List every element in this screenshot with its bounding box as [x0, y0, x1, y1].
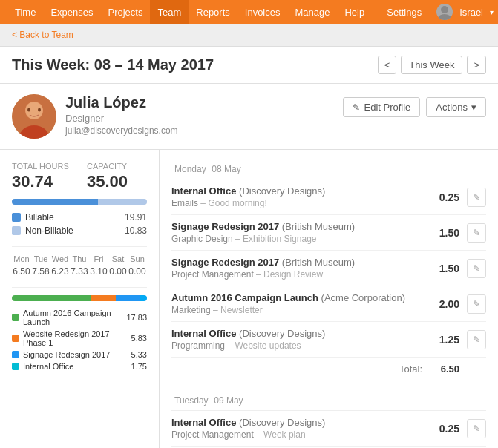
project-bar-4 — [140, 295, 147, 301]
billable-legend-item: Billable 19.91 — [12, 212, 147, 223]
entry-sub: Graphic Design – Exhibition Signage — [171, 234, 430, 244]
nav-settings[interactable]: Settings — [379, 0, 429, 24]
nav-manage[interactable]: Manage — [288, 0, 338, 24]
nav-user[interactable]: Israel — [456, 0, 486, 24]
profile-actions: ✎ Edit Profile Actions ▾ — [343, 97, 486, 117]
entry-info: Signage Redesign 2017 (British Museum) P… — [171, 257, 430, 280]
project-value-1: 17.83 — [126, 313, 147, 322]
nonbillable-legend-value: 10.83 — [125, 225, 147, 236]
project-bar-3 — [116, 295, 140, 301]
next-week-button[interactable]: > — [467, 56, 486, 74]
billable-dot — [12, 213, 21, 222]
day-totals: Mon Tue Wed Thu Fri Sat Sun 6.50 7.58 6.… — [12, 246, 147, 277]
day-val-mon: 6.50 — [12, 266, 31, 277]
profile-name: Julia López — [65, 94, 178, 111]
entry-edit-button[interactable]: ✎ — [467, 188, 486, 207]
capacity-label: Capacity — [87, 162, 147, 171]
nav-invoices[interactable]: Invoices — [237, 0, 288, 24]
tuesday-label: Tuesday — [174, 395, 209, 406]
entry-task: Emails — [171, 198, 198, 208]
table-row: Autumn 2016 Campaign Launch (Acme Corpor… — [171, 286, 486, 322]
billable-label: Billable — [25, 212, 54, 223]
total-hours-value: 30.74 — [12, 172, 72, 191]
top-nav: Time Expenses Projects Team Reports Invo… — [0, 0, 498, 24]
nav-expenses[interactable]: Expenses — [43, 0, 100, 24]
day-label-mon: Mon — [12, 254, 31, 263]
table-row: Internal Office (Discovery Designs) Emai… — [171, 179, 486, 215]
actions-button[interactable]: Actions ▾ — [426, 97, 486, 117]
table-row: Signage Redesign 2017 (British Museum) G… — [171, 215, 486, 251]
edit-profile-button[interactable]: ✎ Edit Profile — [343, 97, 420, 117]
entry-edit-button[interactable]: ✎ — [467, 419, 486, 438]
entry-client: British Museum — [285, 221, 352, 232]
week-range: 08 – 14 May 2017 — [94, 56, 214, 73]
entry-title: Signage Redesign 2017 (British Museum) — [171, 257, 430, 268]
day-val-wed: 6.23 — [50, 266, 70, 277]
monday-total-row: Total: 6.50 — [171, 358, 486, 381]
entry-hours: 0.25 — [430, 191, 459, 203]
entry-info: Signage Redesign 2017 (British Museum) G… — [171, 221, 430, 244]
entry-sub: Project Management – Design Review — [171, 269, 430, 280]
entry-project: Internal Office — [171, 417, 236, 428]
project-value-4: 1.75 — [131, 362, 147, 371]
monday-total-value: 6.50 — [430, 363, 459, 375]
entry-edit-button[interactable]: ✎ — [467, 259, 486, 278]
nonbillable-label: Non-Billable — [25, 225, 73, 236]
nav-team[interactable]: Team — [150, 0, 189, 24]
project-label-3: Signage Redesign 2017 — [23, 350, 110, 359]
monday-label: Monday — [174, 164, 206, 174]
entry-hours: 1.50 — [430, 263, 459, 274]
nonbillable-fill — [98, 199, 147, 205]
tuesday-date: 09 May — [214, 395, 243, 406]
entry-project: Autumn 2016 Campaign Launch — [171, 292, 318, 303]
entry-edit-button[interactable]: ✎ — [467, 294, 486, 314]
project-breakdown: Autumn 2016 Campaign Launch 17.83 Websit… — [12, 287, 147, 371]
entry-desc: Good morning! — [208, 198, 266, 208]
week-header: This Week: 08 – 14 May 2017 < This Week … — [0, 47, 498, 84]
nav-projects[interactable]: Projects — [101, 0, 151, 24]
entry-desc: Design Review — [263, 269, 323, 280]
capacity-stat: Capacity 35.00 — [87, 162, 147, 191]
entry-edit-button[interactable]: ✎ — [467, 223, 486, 243]
entry-task: Marketing — [171, 305, 211, 315]
profile-role: Designer — [65, 113, 178, 124]
profile-left: Julia López Designer julia@discoverydesi… — [12, 94, 178, 139]
day-val-fri: 3.10 — [89, 266, 108, 277]
entry-sub: Project Management – Week plan — [171, 429, 430, 440]
project-label-1: Autumn 2016 Campaign Launch — [23, 309, 126, 326]
entry-info: Autumn 2016 Campaign Launch (Acme Corpor… — [171, 292, 430, 315]
entry-hours: 1.50 — [430, 227, 459, 239]
monday-section: Monday 08 May Internal Office (Discovery… — [160, 150, 498, 381]
entry-desc: Week plan — [263, 429, 305, 440]
total-hours-stat: Total Hours 30.74 — [12, 162, 72, 191]
day-val-tue: 7.58 — [31, 266, 50, 277]
project-dot-3 — [12, 351, 19, 358]
day-values-row: 6.50 7.58 6.23 7.33 3.10 0.00 0.00 — [12, 266, 147, 277]
nav-user-chevron: ▾ — [490, 8, 494, 16]
day-val-sat: 0.00 — [108, 266, 128, 277]
entry-task: Project Management — [171, 269, 254, 280]
this-week-button[interactable]: This Week — [401, 56, 462, 74]
entry-edit-button[interactable]: ✎ — [467, 330, 486, 349]
nav-reports[interactable]: Reports — [189, 0, 237, 24]
day-label-fri: Fri — [89, 254, 108, 263]
day-labels-row: Mon Tue Wed Thu Fri Sat Sun — [12, 254, 147, 263]
capacity-value: 35.00 — [87, 172, 147, 191]
entry-title: Signage Redesign 2017 (British Museum) — [171, 221, 430, 232]
nav-help[interactable]: Help — [337, 0, 372, 24]
prev-week-button[interactable]: < — [378, 56, 397, 74]
entry-client: Discovery Designs — [242, 328, 322, 339]
back-to-team-link[interactable]: < Back to Team — [12, 30, 73, 40]
entry-task: Project Management — [171, 429, 254, 440]
entry-info: Internal Office (Discovery Designs) Prog… — [171, 328, 430, 351]
hours-progress-bar — [12, 199, 147, 205]
project-value-3: 5.33 — [131, 350, 147, 359]
day-val-sun: 0.00 — [128, 266, 147, 277]
user-avatar — [436, 4, 453, 20]
entry-task: Programming — [171, 340, 225, 351]
entry-title: Internal Office (Discovery Designs) — [171, 185, 430, 197]
profile-section: Julia López Designer julia@discoverydesi… — [0, 84, 498, 150]
nav-time[interactable]: Time — [7, 0, 43, 24]
entry-project: Signage Redesign 2017 — [171, 257, 279, 268]
entry-client: British Museum — [285, 257, 352, 268]
